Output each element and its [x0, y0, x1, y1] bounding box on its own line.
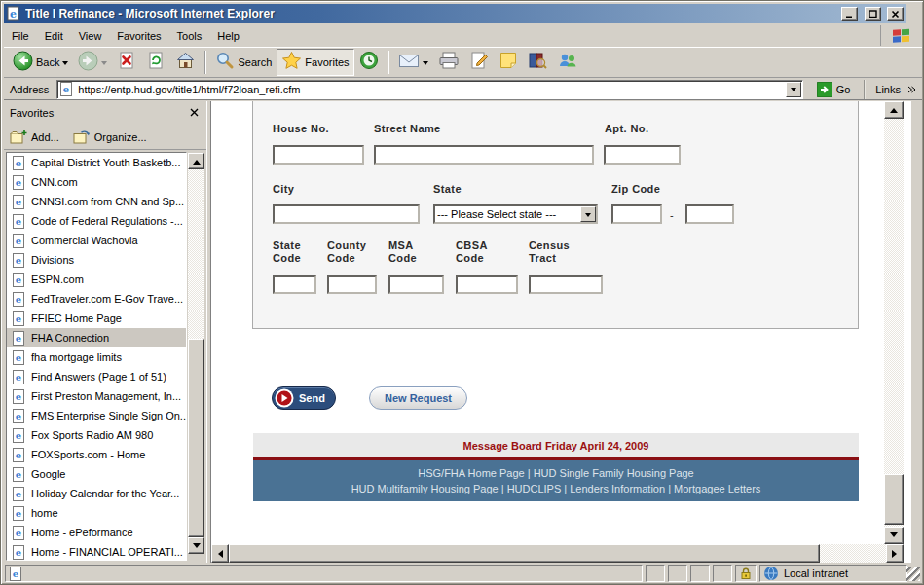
favorite-item[interactable]: eFHA Connection: [7, 328, 186, 347]
footer-link[interactable]: HUD Multifamily Housing Page: [351, 483, 499, 494]
maximize-button[interactable]: [865, 7, 881, 21]
print-button[interactable]: [433, 49, 464, 76]
address-dropdown-button[interactable]: [786, 82, 801, 97]
favorite-item[interactable]: eDivisions: [7, 250, 186, 270]
search-button[interactable]: Search: [210, 49, 277, 76]
favorite-item-label: FOXSports.com - Home: [31, 449, 145, 460]
go-button[interactable]: Go: [811, 81, 857, 98]
street-name-input[interactable]: [374, 145, 594, 165]
svg-text:e: e: [16, 294, 21, 305]
scroll-left-button[interactable]: [211, 544, 229, 563]
send-button[interactable]: Send: [272, 386, 336, 410]
forward-button[interactable]: [73, 49, 112, 76]
census-tract-input[interactable]: [529, 275, 603, 294]
zip-code-input[interactable]: [611, 204, 662, 224]
footer-link[interactable]: Lenders Information: [570, 483, 665, 494]
edit-button[interactable]: [464, 49, 494, 76]
favorites-button[interactable]: Favorites: [277, 49, 353, 76]
history-button[interactable]: [354, 49, 384, 76]
vertical-scrollbar[interactable]: [884, 101, 904, 544]
title-bar[interactable]: e Title I Refinance - Microsoft Internet…: [4, 4, 906, 23]
ie-page-icon: e: [12, 292, 26, 307]
cbsa-code-input[interactable]: [456, 275, 518, 294]
mail-button[interactable]: [393, 49, 433, 76]
footer-link[interactable]: HUD Single Family Housing Page: [534, 467, 694, 479]
menu-view[interactable]: View: [71, 27, 110, 45]
msa-code-input[interactable]: [388, 275, 444, 294]
note-icon: [499, 51, 518, 74]
favorite-item[interactable]: eFind Answers (Page 1 of 51): [7, 367, 186, 386]
links-bar[interactable]: Links: [864, 80, 922, 99]
favorites-scrollbar-thumb[interactable]: [188, 339, 204, 537]
svg-text:e: e: [13, 568, 18, 579]
favorite-item[interactable]: ehome: [7, 503, 186, 523]
favorite-item[interactable]: eHome - FINANCIAL OPERATI...: [7, 542, 186, 561]
zip-plus4-input[interactable]: [685, 204, 734, 224]
messenger-button[interactable]: [552, 49, 583, 76]
windows-logo-icon: [880, 25, 921, 46]
address-input[interactable]: e https://entp.hud.gov/title1/html/f72lo…: [56, 80, 802, 99]
chevron-down-icon[interactable]: [101, 61, 107, 68]
favorite-item[interactable]: eCapital District Youth Basketb...: [7, 153, 186, 172]
scroll-down-button[interactable]: [188, 537, 204, 554]
favorite-item[interactable]: eCNN.com: [7, 172, 186, 192]
resize-grip-icon[interactable]: [906, 567, 920, 581]
back-button[interactable]: Back: [8, 49, 73, 76]
city-input[interactable]: [273, 204, 420, 224]
favorite-item[interactable]: eFOXSports.com - Home: [7, 445, 186, 464]
favorite-item[interactable]: eHoliday Calendar for the Year...: [7, 484, 186, 503]
favorite-item[interactable]: eFirst Preston Management, In...: [7, 386, 186, 406]
favorite-item-label: Fox Sports Radio AM 980: [31, 429, 153, 441]
ie-page-icon: e: [12, 370, 26, 384]
favorite-item[interactable]: eCNNSI.com from CNN and Sp...: [7, 192, 186, 211]
menu-edit[interactable]: Edit: [37, 27, 71, 45]
stop-button[interactable]: [112, 49, 141, 76]
ie-page-icon: e: [12, 467, 26, 482]
favorite-item[interactable]: eFox Sports Radio AM 980: [7, 425, 186, 445]
footer-link[interactable]: Mortgagee Letters: [674, 483, 760, 494]
ie-page-icon: e: [12, 487, 26, 501]
favorite-item[interactable]: eCommercial Wachovia: [7, 231, 186, 250]
state-select[interactable]: --- Please Select state ---: [433, 204, 598, 224]
apt-no-input[interactable]: [604, 145, 681, 165]
footer-link[interactable]: HUDCLIPS: [507, 483, 562, 494]
scroll-down-button[interactable]: [884, 527, 904, 544]
chevron-down-icon[interactable]: [580, 206, 596, 222]
new-request-button[interactable]: New Request: [369, 386, 467, 410]
favorite-item[interactable]: eFedTraveler.com E-Gov Trave...: [7, 289, 186, 309]
county-code-input[interactable]: [327, 275, 377, 294]
menu-file[interactable]: File: [4, 27, 37, 45]
scroll-right-button[interactable]: [886, 544, 904, 563]
favorite-item[interactable]: eCode of Federal Regulations -...: [7, 211, 186, 231]
refresh-button[interactable]: [141, 49, 170, 76]
menu-favorites[interactable]: Favorites: [109, 27, 168, 45]
minimize-button[interactable]: [841, 7, 858, 21]
horizontal-scrollbar-thumb[interactable]: [229, 544, 820, 563]
menu-tools[interactable]: Tools: [169, 27, 210, 45]
vertical-scrollbar-thumb[interactable]: [884, 474, 904, 525]
home-button[interactable]: [170, 49, 201, 76]
favorite-item[interactable]: eFFIEC Home Page: [7, 309, 186, 328]
organize-favorites-button[interactable]: Organize...: [73, 129, 147, 145]
research-button[interactable]: [523, 49, 552, 76]
favorite-item[interactable]: eESPN.com: [7, 270, 186, 289]
favorite-item[interactable]: eGoogle: [7, 464, 186, 484]
close-button[interactable]: [887, 7, 904, 21]
chevron-down-icon[interactable]: [62, 61, 68, 68]
add-favorite-button[interactable]: Add...: [10, 129, 59, 145]
house-no-input[interactable]: [273, 145, 364, 165]
ie-page-icon: e: [12, 409, 26, 423]
favorite-item[interactable]: eFMS Enterprise Single Sign On...: [7, 406, 186, 425]
discuss-button[interactable]: [494, 49, 523, 76]
favorite-item[interactable]: eHome - ePeformance: [7, 523, 186, 542]
horizontal-scrollbar[interactable]: [211, 544, 904, 563]
close-favorites-button[interactable]: [186, 105, 202, 120]
scroll-up-button[interactable]: [188, 153, 204, 169]
ie-document-icon: e: [6, 6, 21, 21]
scroll-up-button[interactable]: [884, 101, 904, 119]
state-code-input[interactable]: [273, 275, 316, 294]
favorite-item[interactable]: efha mortgage limits: [7, 347, 186, 367]
footer-link[interactable]: HSG/FHA Home Page: [418, 467, 524, 479]
menu-help[interactable]: Help: [209, 27, 247, 45]
chevron-down-icon[interactable]: [423, 61, 428, 68]
